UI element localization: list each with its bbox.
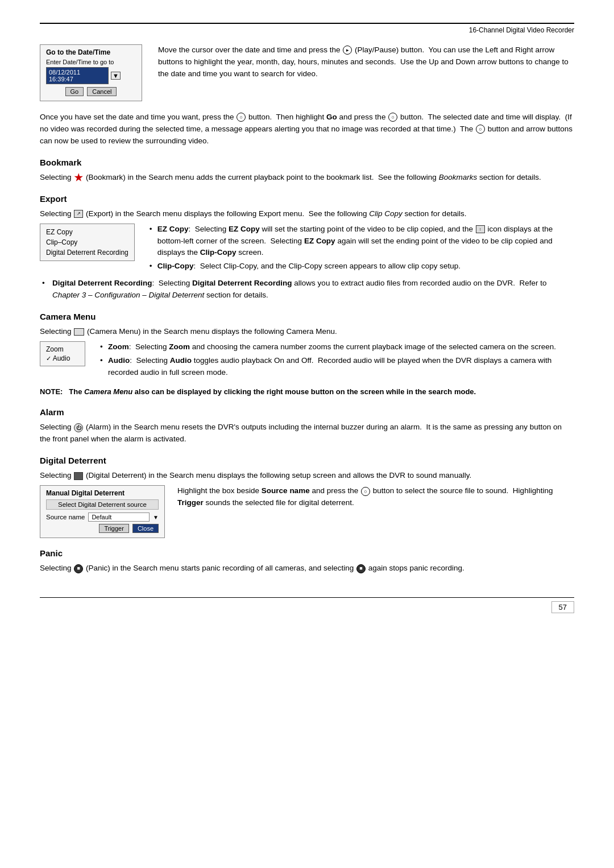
camera-menu-box: Zoom ✓ Audio xyxy=(40,341,85,366)
export-heading: Export xyxy=(40,194,574,204)
alarm-icon: ⏻ xyxy=(74,423,83,432)
export-menu-box: EZ Copy Clip–Copy Digital Deterrent Reco… xyxy=(40,224,135,261)
digital-deterrent-intro: Selecting (Digital Deterrent) in the Sea… xyxy=(40,470,574,482)
camera-bullet-audio: Audio: Selecting Audio toggles audio pla… xyxy=(98,355,574,379)
dd-icon xyxy=(74,472,83,480)
ddr-dialog: Manual Digital Deterrent Select Digital … xyxy=(40,485,165,538)
cancel-button[interactable]: Cancel xyxy=(87,87,117,96)
ddr-dialog-title: Manual Digital Deterrent xyxy=(46,489,159,497)
export-icon: ↗ xyxy=(74,210,83,218)
goto-datetime-dialog: Go to the Date/Time Enter Date/Time to g… xyxy=(40,44,142,101)
export-bullet-ezcopy: EZ Copy: Selecting EZ Copy will set the … xyxy=(147,224,574,259)
cm-zoom[interactable]: Zoom xyxy=(46,345,79,354)
go-icon: ○ xyxy=(388,113,397,122)
ddr-dialog-subtitle: Select Digital Deterrent source xyxy=(46,499,159,510)
top-description: Move the cursor over the date and time a… xyxy=(158,44,574,101)
page-header: 16-Channel Digital Video Recorder xyxy=(40,26,574,34)
camera-menu-note: NOTE: The Camera Menu also can be displa… xyxy=(40,386,574,398)
camera-bullet-zoom: Zoom: Selecting Zoom and choosing the ca… xyxy=(98,341,574,353)
ddr-source-row: Source name Default ▼ xyxy=(46,512,159,522)
export-section: EZ Copy Clip–Copy Digital Deterrent Reco… xyxy=(40,224,574,275)
ddr-outer-bullet: Digital Deterrent Recording: Selecting D… xyxy=(40,278,574,301)
camera-menu-intro: Selecting (Camera Menu) in the Search me… xyxy=(40,326,574,338)
panic-heading: Panic xyxy=(40,548,574,558)
dialog-label: Enter Date/Time to go to xyxy=(46,59,136,65)
ddr-source-input[interactable]: Default xyxy=(88,512,150,522)
ddr-close-button[interactable]: Close xyxy=(132,524,159,533)
export-intro: Selecting ↗ (Export) in the Search menu … xyxy=(40,208,574,220)
menu-item-ddr[interactable]: Digital Deterrent Recording xyxy=(46,247,128,258)
top-section: Go to the Date/Time Enter Date/Time to g… xyxy=(40,44,574,101)
dialog-title: Go to the Date/Time xyxy=(46,48,136,56)
cm-audio[interactable]: ✓ Audio xyxy=(46,354,79,363)
panic-stop-icon: ■ xyxy=(356,564,366,573)
ddr-dropdown-icon: ▼ xyxy=(153,514,159,520)
ddr-source-label: Source name xyxy=(46,514,85,520)
bookmark-icon xyxy=(74,173,83,182)
bookmark-text: Selecting (Bookmark) in the Search menu … xyxy=(40,172,574,184)
ddr-bullet: Digital Deterrent Recording: Selecting D… xyxy=(40,278,574,301)
export-bullet-list: EZ Copy: Selecting EZ Copy will set the … xyxy=(147,224,574,273)
header-title: 16-Channel Digital Video Recorder xyxy=(469,26,574,34)
go-button[interactable]: Go xyxy=(65,87,84,96)
menu-item-ezcopy[interactable]: EZ Copy xyxy=(46,227,128,237)
export-bullet-clipcopy: Clip-Copy: Select Clip-Copy, and the Cli… xyxy=(147,261,574,272)
datetime-spinner[interactable]: ▼ xyxy=(111,72,121,80)
digital-deterrent-heading: Digital Deterrent xyxy=(40,456,574,465)
ddr-dialog-buttons: Trigger Close xyxy=(46,524,159,533)
panic-text: Selecting ■ (Panic) in the Search menu s… xyxy=(40,563,574,574)
panic-icon: ■ xyxy=(74,564,83,573)
page-number: 57 xyxy=(551,601,574,613)
dialog-input-row: 08/12/2011 16:39:47 ▼ xyxy=(46,67,136,84)
camera-menu-heading: Camera Menu xyxy=(40,312,574,321)
confirm-icon: ○ xyxy=(237,113,246,122)
ddr-trigger-button[interactable]: Trigger xyxy=(99,524,128,533)
ddr-confirm-icon: ○ xyxy=(361,487,370,496)
alarm-text: Selecting ⏻ (Alarm) in the Search menu r… xyxy=(40,421,574,445)
footer: 57 xyxy=(40,597,574,613)
camera-menu-bullets: Zoom: Selecting Zoom and choosing the ca… xyxy=(98,341,574,381)
camera-menu-icon xyxy=(74,328,84,336)
alarm-heading: Alarm xyxy=(40,407,574,417)
header-line xyxy=(40,23,574,24)
ezcopy-icon: ↕ xyxy=(476,225,485,233)
play-pause-icon: ▸ xyxy=(343,46,352,55)
paragraph1: Once you have set the date and time you … xyxy=(40,111,574,147)
bookmark-heading: Bookmark xyxy=(40,158,574,167)
ddr-side-text: Highlight the box beside Source name and… xyxy=(177,485,574,538)
export-bullets: EZ Copy: Selecting EZ Copy will set the … xyxy=(147,224,574,275)
datetime-input[interactable]: 08/12/2011 16:39:47 xyxy=(46,67,109,84)
ddr-section: Manual Digital Deterrent Select Digital … xyxy=(40,485,574,538)
review-icon: ○ xyxy=(476,125,485,134)
menu-item-clipcopy[interactable]: Clip–Copy xyxy=(46,237,128,247)
camera-bullet-list: Zoom: Selecting Zoom and choosing the ca… xyxy=(98,341,574,379)
dialog-buttons: Go Cancel xyxy=(46,87,136,96)
camera-menu-section: Zoom ✓ Audio Zoom: Selecting Zoom and ch… xyxy=(40,341,574,381)
